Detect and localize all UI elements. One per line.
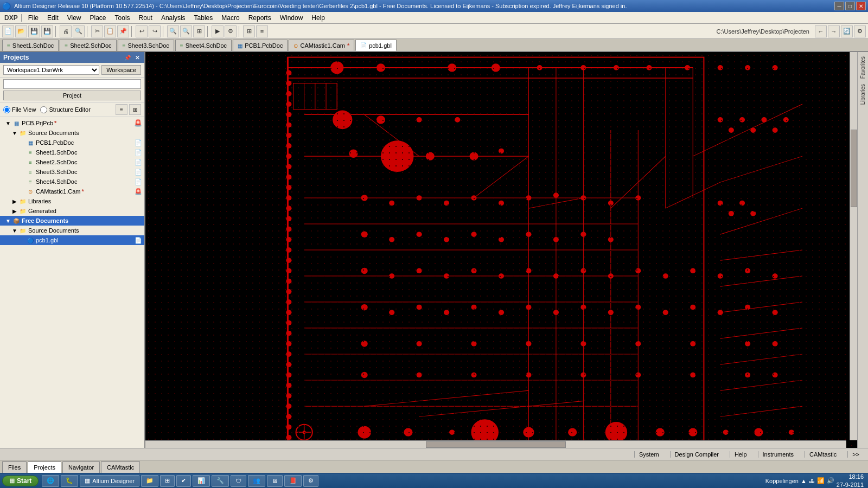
tb-save-all[interactable]: 💾: [41, 25, 53, 37]
workspace-button[interactable]: Workspace: [101, 65, 141, 75]
expander-generated[interactable]: ▶: [11, 208, 18, 214]
tb-print[interactable]: 🖨: [60, 25, 72, 37]
expander-source-docs-2[interactable]: ▼: [11, 228, 18, 234]
v-scrollbar-thumb[interactable]: [851, 130, 857, 207]
tree-sheet1[interactable]: ▶ ≡ Sheet1.SchDoc 📄: [0, 147, 144, 157]
btab-navigator[interactable]: Navigator: [62, 461, 100, 473]
tb-zoom-out[interactable]: 🔍: [180, 25, 192, 37]
tb-zoom-in[interactable]: 🔍: [167, 25, 179, 37]
view-file-input[interactable]: [3, 106, 10, 113]
tb-layers[interactable]: ≡: [256, 25, 268, 37]
project-button[interactable]: Project: [3, 91, 141, 100]
tree-area[interactable]: ▼ ▦ PCB.PrjPcb * 🚨 ▼ 📁 Source Documents: [0, 117, 144, 448]
libraries-label[interactable]: Libraries: [859, 82, 867, 107]
tb-settings[interactable]: ⚙: [854, 25, 866, 37]
tb-new[interactable]: 📄: [2, 25, 14, 37]
taskbar-green[interactable]: ✔: [176, 475, 191, 487]
taskbar-calc[interactable]: 📊: [193, 475, 210, 487]
dxp-logo[interactable]: DXP: [1, 14, 22, 22]
taskbar-cmd[interactable]: ⊞: [160, 475, 175, 487]
btab-camtastic[interactable]: CAMtastic: [101, 461, 140, 473]
expander-libraries[interactable]: ▶: [11, 198, 18, 204]
view-file-radio[interactable]: File View: [3, 106, 36, 113]
status-more[interactable]: >>: [847, 451, 864, 458]
status-system[interactable]: System: [634, 451, 663, 458]
taskbar-altium[interactable]: ▦ Altium Designer: [80, 475, 139, 487]
tb-compile[interactable]: ⚙: [225, 25, 237, 37]
menu-tables[interactable]: Tables: [190, 13, 218, 23]
start-button[interactable]: ⊞ Start: [2, 476, 39, 486]
tray-wifi[interactable]: 📶: [817, 477, 825, 484]
taskbar-people[interactable]: 👥: [248, 475, 265, 487]
tab-sheet1[interactable]: ≡ Sheet1.SchDoc: [2, 40, 59, 51]
taskbar-puzzle[interactable]: 🔧: [212, 475, 229, 487]
menu-place[interactable]: Place: [86, 13, 111, 23]
tab-pcb1[interactable]: ▦ PCB1.PcbDoc: [233, 40, 288, 51]
taskbar-monitor[interactable]: 🖥: [267, 475, 283, 487]
menu-view[interactable]: View: [63, 13, 86, 23]
favorites-label[interactable]: Favorites: [859, 54, 867, 81]
tree-camtastic[interactable]: ▶ ⊙ CAMtastic1.Cam * 🚨: [0, 187, 144, 196]
tree-generated[interactable]: ▶ 📁 Generated: [0, 206, 144, 216]
tree-sheet2[interactable]: ▶ ≡ Sheet2.SchDoc 📄: [0, 157, 144, 167]
view-icon-btn-2[interactable]: ⊞: [129, 104, 141, 115]
tray-network[interactable]: 🖧: [809, 478, 815, 484]
expander-free-docs[interactable]: ▼: [4, 218, 12, 224]
v-scrollbar[interactable]: [850, 52, 857, 440]
expander-pcb-project[interactable]: ▼: [4, 120, 12, 126]
btab-projects[interactable]: Projects: [28, 461, 61, 473]
tab-sheet3[interactable]: ≡ Sheet3.SchDoc: [118, 40, 174, 51]
menu-file[interactable]: File: [24, 13, 43, 23]
menu-edit[interactable]: Edit: [43, 13, 63, 23]
menu-help[interactable]: Help: [307, 13, 329, 23]
tb-zoom-fit[interactable]: ⊞: [193, 25, 205, 37]
taskbar-chrome[interactable]: 🌐: [42, 475, 59, 487]
close-button[interactable]: ✕: [856, 2, 866, 10]
menu-rout[interactable]: Rout: [135, 13, 157, 23]
tree-pcb-project[interactable]: ▼ ▦ PCB.PrjPcb * 🚨: [0, 118, 144, 128]
tb-redo[interactable]: ↪: [149, 25, 161, 37]
tb-search[interactable]: 🔍: [73, 25, 85, 37]
taskbar-shield[interactable]: 🛡: [231, 475, 246, 487]
taskbar-bug[interactable]: 🐛: [61, 475, 78, 487]
menu-reports[interactable]: Reports: [244, 13, 276, 23]
status-help[interactable]: Help: [730, 451, 751, 458]
menu-tools[interactable]: Tools: [111, 13, 135, 23]
tree-free-docs[interactable]: ▼ 📦 Free Documents: [0, 216, 144, 226]
btab-files[interactable]: Files: [2, 461, 27, 473]
h-scrollbar-thumb[interactable]: [426, 441, 566, 448]
pcb-canvas[interactable]: [145, 52, 857, 448]
maximize-button[interactable]: □: [845, 2, 855, 10]
tray-up-arrow[interactable]: ▲: [801, 478, 807, 484]
taskbar-app2[interactable]: ⚙: [303, 475, 318, 487]
tree-source-docs-2[interactable]: ▼ 📁 Source Documents: [0, 226, 144, 235]
tb-grid[interactable]: ⊞: [243, 25, 255, 37]
tb-nav-fwd[interactable]: →: [828, 25, 840, 37]
tree-sheet3[interactable]: ▶ ≡ Sheet3.SchDoc 📄: [0, 167, 144, 177]
tab-camtastic[interactable]: ⊙ CAMtastic1.Cam *: [289, 40, 354, 51]
tb-run[interactable]: ▶: [212, 25, 224, 37]
menu-macro[interactable]: Macro: [217, 13, 244, 23]
tb-undo[interactable]: ↩: [136, 25, 148, 37]
status-instruments[interactable]: Instruments: [758, 451, 798, 458]
tb-nav-back[interactable]: ←: [815, 25, 827, 37]
tree-pcb1-doc[interactable]: ▶ ▦ PCB1.PcbDoc 📄: [0, 138, 144, 147]
h-scrollbar[interactable]: [145, 440, 846, 448]
expander-source-docs-1[interactable]: ▼: [11, 130, 18, 136]
tree-libraries[interactable]: ▶ 📁 Libraries: [0, 196, 144, 206]
tray-volume[interactable]: 🔊: [827, 477, 834, 484]
sidebar-close[interactable]: ✕: [133, 55, 141, 61]
tab-sheet4[interactable]: ≡ Sheet4.SchDoc: [175, 40, 232, 51]
tb-save[interactable]: 💾: [28, 25, 40, 37]
view-icon-btn-1[interactable]: ≡: [116, 104, 127, 115]
view-structure-radio[interactable]: Structure Editor: [40, 106, 90, 113]
tb-refresh[interactable]: 🔄: [841, 25, 853, 37]
tb-cut[interactable]: ✂: [91, 25, 103, 37]
taskbar-folder[interactable]: 📁: [141, 475, 158, 487]
tb-open[interactable]: 📂: [15, 25, 27, 37]
project-search[interactable]: [3, 79, 141, 89]
workspace-select[interactable]: Workspace1.DsnWrk: [3, 65, 99, 75]
status-camtastic[interactable]: CAMtastic: [805, 451, 841, 458]
tree-pcb1-gbl[interactable]: ▶ 🔵 pcb1.gbl 📄: [0, 235, 144, 245]
view-structure-input[interactable]: [40, 106, 47, 113]
